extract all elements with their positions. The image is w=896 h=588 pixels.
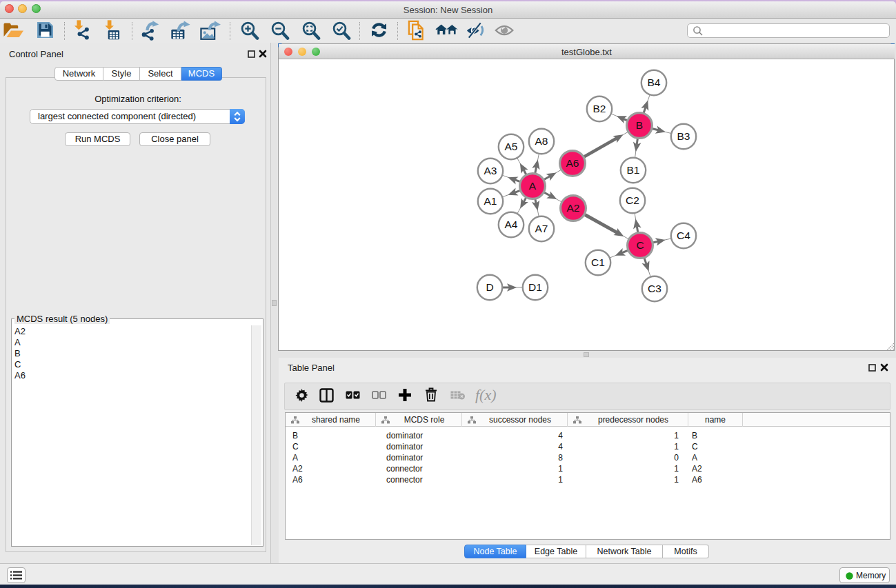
svg-text:B4: B4 <box>648 77 661 88</box>
svg-text:A2: A2 <box>567 202 580 214</box>
svg-text:A1: A1 <box>484 195 497 207</box>
svg-text:A4: A4 <box>505 219 518 230</box>
svg-text:A: A <box>529 180 537 192</box>
svg-text:D: D <box>486 281 493 293</box>
svg-text:B1: B1 <box>627 164 640 176</box>
svg-text:A3: A3 <box>484 165 497 176</box>
svg-text:C1: C1 <box>591 256 605 268</box>
svg-text:A5: A5 <box>505 141 518 152</box>
svg-text:C: C <box>636 239 644 251</box>
svg-text:A7: A7 <box>535 223 548 234</box>
svg-text:B: B <box>636 119 643 131</box>
svg-text:C2: C2 <box>626 194 639 206</box>
svg-text:B2: B2 <box>593 103 606 114</box>
svg-text:C4: C4 <box>677 230 690 241</box>
svg-text:A8: A8 <box>535 135 548 147</box>
svg-text:B3: B3 <box>677 130 690 142</box>
svg-text:A6: A6 <box>566 157 579 169</box>
svg-text:C3: C3 <box>648 283 661 294</box>
svg-text:D1: D1 <box>528 281 542 293</box>
